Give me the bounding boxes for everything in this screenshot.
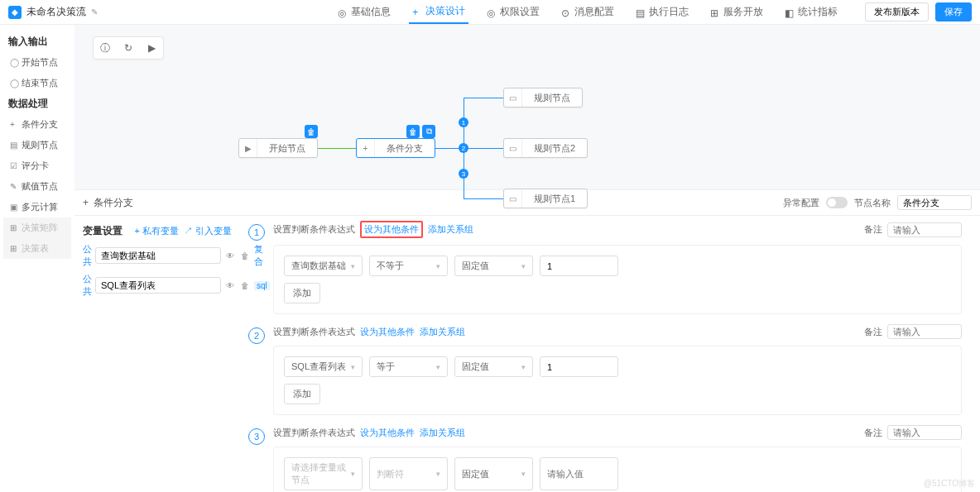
sidebar-condition[interactable]: +条件分支 — [3, 114, 71, 135]
sidebar-start-node[interactable]: ◯开始节点 — [3, 52, 71, 73]
set-other-link[interactable]: 设为其他条件 — [360, 427, 415, 439]
remark-input[interactable] — [887, 425, 962, 440]
release-button[interactable]: 发布新版本 — [865, 2, 929, 21]
var-name-input[interactable] — [95, 247, 221, 264]
grid-icon: ⊞ — [710, 7, 720, 17]
canvas-toolbar: ⓘ ↻ ▶ — [93, 36, 164, 60]
chevron-down-icon: ▾ — [521, 470, 526, 478]
import-var-link[interactable]: ↗ 引入变量 — [184, 225, 232, 237]
eye-icon[interactable]: 👁 — [224, 251, 236, 260]
add-relation-link[interactable]: 添加关系组 — [428, 223, 473, 236]
set-other-link[interactable]: 设为其他条件 — [360, 326, 415, 338]
copy-icon[interactable]: ⧉ — [422, 125, 435, 138]
node-rule-1[interactable]: ▭ 规则节点2 — [503, 138, 588, 158]
chevron-down-icon: ▾ — [436, 363, 440, 371]
cond-num: 3 — [248, 428, 265, 445]
grid-icon: ⊞ — [10, 223, 18, 232]
condition-panel: 1 设置判断条件表达式 设为其他条件 添加关系组 备注 — [240, 216, 980, 492]
chevron-down-icon: ▾ — [351, 363, 355, 371]
delete-icon[interactable]: 🗑 — [406, 125, 420, 138]
node-rule-2[interactable]: ▭ 规则节点1 — [503, 189, 588, 208]
plus-icon: + — [412, 7, 422, 17]
box-icon: ▣ — [10, 203, 18, 212]
var-select[interactable]: 查询数据基础▾ — [284, 256, 363, 276]
sidebar-table: ⊞决策表 — [3, 238, 71, 259]
doc-icon: ▤ — [636, 7, 646, 17]
cond-num: 2 — [248, 327, 265, 344]
circle-icon: ◎ — [487, 7, 497, 17]
chevron-down-icon: ▾ — [351, 262, 355, 270]
tab-branch[interactable]: 条件分支 — [94, 196, 133, 210]
var-select[interactable]: 请选择变量或节点▾ — [284, 457, 363, 490]
add-button[interactable]: 添加 — [284, 384, 320, 404]
variable-panel: 变量设置 + 私有变量 ↗ 引入变量 公共 👁 🗑 复合 — [74, 216, 240, 492]
cond-num: 1 — [248, 224, 265, 241]
remark-label: 备注 — [864, 223, 882, 236]
delete-icon[interactable]: 🗑 — [305, 125, 318, 138]
sidebar-io-head: 输入输出 — [3, 31, 71, 52]
nav-decision-design[interactable]: +决策设计 — [409, 0, 468, 24]
remark-input[interactable] — [887, 324, 962, 339]
play-icon: ▶ — [239, 139, 257, 157]
var-select[interactable]: SQL查看列表▾ — [284, 356, 363, 377]
add-button[interactable]: 添加 — [284, 283, 320, 303]
condition-block-1: 1 设置判断条件表达式 设为其他条件 添加关系组 备注 — [248, 221, 962, 314]
sidebar-end-node[interactable]: ◯结束节点 — [3, 73, 71, 93]
nav-log[interactable]: ▤执行日志 — [632, 0, 692, 24]
var-scope: 公共 — [83, 273, 92, 298]
var-row-0: 公共 👁 🗑 复合 — [83, 243, 232, 268]
node-branch[interactable]: 🗑 ⧉ + 条件分支 — [356, 138, 435, 158]
operator-select[interactable]: 不等于▾ — [369, 256, 448, 276]
sidebar-rule[interactable]: ▤规则节点 — [3, 135, 71, 155]
sidebar: 输入输出 ◯开始节点 ◯结束节点 数据处理 +条件分支 ▤规则节点 ☑评分卡 ✎… — [0, 25, 74, 492]
value-type-select[interactable]: 固定值▾ — [454, 256, 533, 276]
sidebar-assign[interactable]: ✎赋值节点 — [3, 176, 71, 197]
top-nav: ◎基础信息 +决策设计 ◎权限设置 ⊙消息配置 ▤执行日志 ⊞服务开放 ◧统计指… — [334, 0, 841, 24]
private-var-link[interactable]: + 私有变量 — [134, 225, 178, 237]
node-name-input[interactable] — [897, 195, 972, 210]
nav-stats[interactable]: ◧统计指标 — [781, 0, 841, 24]
exception-label: 异常配置 — [783, 197, 819, 209]
var-row-1: 公共 👁 🗑 sql — [83, 273, 232, 298]
sidebar-proc-head: 数据处理 — [3, 93, 71, 114]
exception-switch[interactable] — [826, 197, 848, 208]
play-icon[interactable]: ▶ — [140, 37, 163, 59]
branch-num-3: 3 — [459, 169, 468, 179]
set-other-link[interactable]: 设为其他条件 — [360, 221, 423, 238]
edit-title-icon[interactable]: ✎ — [91, 7, 98, 17]
nav-service[interactable]: ⊞服务开放 — [707, 0, 766, 24]
nav-message[interactable]: ⊙消息配置 — [558, 0, 617, 24]
remark-input[interactable] — [887, 222, 962, 237]
value-input[interactable] — [540, 256, 618, 276]
plus-icon: + — [357, 139, 375, 157]
sidebar-scorecard[interactable]: ☑评分卡 — [3, 155, 71, 176]
node-start[interactable]: 🗑 ▶ 开始节点 — [238, 138, 318, 158]
plus-icon: + — [83, 197, 89, 208]
add-relation-link[interactable]: 添加关系组 — [420, 326, 465, 338]
value-type-select[interactable]: 固定值▾ — [454, 356, 533, 377]
operator-select[interactable]: 等于▾ — [369, 356, 448, 377]
check-icon: ☑ — [10, 161, 18, 170]
eye-icon[interactable]: 👁 — [224, 281, 236, 290]
nav-basic-info[interactable]: ◎基础信息 — [334, 0, 394, 24]
cond-label: 设置判断条件表达式 — [273, 326, 355, 338]
nav-permission[interactable]: ◎权限设置 — [483, 0, 543, 24]
var-name-input[interactable] — [95, 277, 221, 294]
refresh-icon[interactable]: ↻ — [117, 37, 140, 59]
save-button[interactable]: 保存 — [935, 2, 972, 21]
plus-icon: + — [10, 120, 18, 129]
sidebar-multicalc[interactable]: ▣多元计算 — [3, 197, 71, 217]
node-rule-0[interactable]: ▭ 规则节点 — [503, 88, 583, 107]
canvas[interactable]: ⓘ ↻ ▶ 1 2 3 🗑 ▶ 开始节点 🗑 ⧉ + — [74, 25, 980, 190]
value-input[interactable] — [540, 457, 618, 490]
condition-block-2: 2 设置判断条件表达式 设为其他条件 添加关系组 备注 — [248, 324, 962, 415]
edit-icon: ✎ — [10, 182, 18, 191]
operator-select[interactable]: 判断符▾ — [369, 457, 448, 490]
circle-icon: ◯ — [10, 79, 18, 88]
value-input[interactable] — [540, 356, 618, 377]
value-type-select[interactable]: 固定值▾ — [454, 457, 533, 490]
window-icon: ▭ — [504, 189, 522, 208]
app-logo: ◆ — [8, 6, 22, 19]
add-relation-link[interactable]: 添加关系组 — [420, 427, 465, 439]
info-icon[interactable]: ⓘ — [94, 37, 117, 59]
